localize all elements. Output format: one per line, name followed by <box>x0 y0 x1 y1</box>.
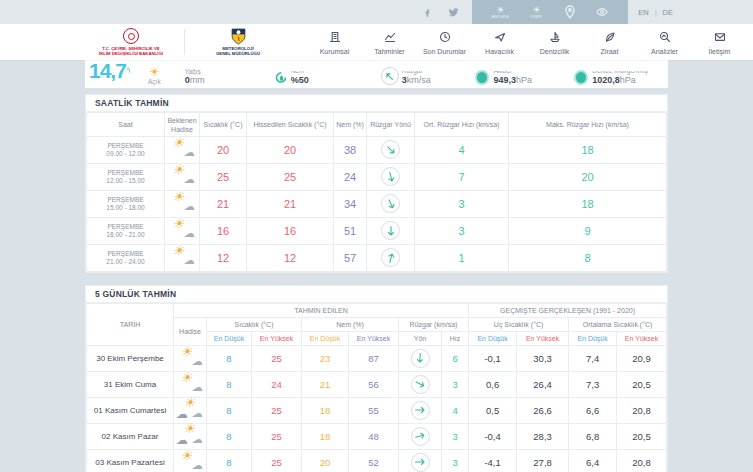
nav-label: Havacılık <box>474 48 525 55</box>
sub-ext-low: En Düşük <box>469 332 517 346</box>
mgm-logo[interactable]: METEOROLOJİ GENEL MÜDÜRLÜĞÜ <box>195 28 281 56</box>
city-shortcut-label: İZMİR <box>523 14 549 19</box>
lang-separator: | <box>655 8 657 17</box>
leaf-icon <box>604 31 616 43</box>
sailboat-icon <box>549 31 561 43</box>
weather-icon <box>170 167 195 183</box>
city-weather-icon: ☀ <box>523 6 549 14</box>
lang-en[interactable]: EN <box>638 8 648 17</box>
plane-icon <box>494 31 506 43</box>
actual-pressure-stat: Aktüel Basınç 949,3hPa <box>475 70 533 85</box>
nav-item-havacilik[interactable]: Havacılık <box>474 27 525 57</box>
daily-row: 01 Kasım Cumartesi 8 25 18 55 4 0,5 26,6… <box>87 398 667 424</box>
sub-yon: Yön <box>399 332 442 346</box>
daily-section-title: 5 GÜNLÜK TAHMİN <box>86 286 667 303</box>
pressure1-value: 949,3 <box>493 75 516 85</box>
nav-item-son-durumlar[interactable]: Son Durumlar <box>419 27 470 57</box>
nav-item-kurumsal[interactable]: Kurumsal <box>309 27 360 57</box>
wind-unit: km/sa <box>407 75 431 85</box>
weather-icon <box>170 248 195 264</box>
pressure1-unit: hPa <box>516 75 532 85</box>
chart-line-icon <box>384 31 396 43</box>
ministry-emblem-icon <box>123 28 139 44</box>
weather-icon <box>178 375 203 391</box>
sub-temp-low: En Düşük <box>207 332 252 346</box>
current-conditions-bar: 14,7°C ☀ Açık Yağış 0mm Nem %50 <box>85 60 668 88</box>
nav-item-tahminler[interactable]: Tahminler <box>364 27 415 57</box>
pressure2-unit: hPa <box>620 75 636 85</box>
daily-row: 31 Ekim Cuma 8 24 21 56 3 0,6 26,4 7,3 2… <box>87 372 667 398</box>
group-past: GEÇMİŞTE GERÇEKLEŞEN (1991 - 2020) <box>469 304 667 318</box>
col-tarih: TARİH <box>87 304 174 346</box>
sub-hum-low: En Düşük <box>302 332 349 346</box>
nav-item-iletisim[interactable]: İletişim <box>694 27 745 57</box>
hourly-section-title: SAATLİK TAHMİN <box>86 95 667 112</box>
sub-ext-high: En Yüksek <box>517 332 569 346</box>
wind-direction-icon <box>381 67 399 85</box>
col-ort-ruzgar: Ort. Rüzgar Hızı (km/sa) <box>415 113 509 137</box>
nav-label: Ziraat <box>584 48 635 55</box>
weather-icon <box>170 194 195 210</box>
weather-icon <box>178 453 203 469</box>
building-icon <box>329 31 341 43</box>
mgm-weather-page: ☀ ANKARA ☀ İZMİR EN | DE T <box>0 0 753 472</box>
nav-label: Denizcilik <box>529 48 580 55</box>
ministry-name-line2: İKLİM DEĞİŞİKLİĞİ BAKANLIĞI <box>99 51 163 56</box>
daily-header-row-categories: Hadise Sıcaklık (°C) Nem (%) Rüzgar (km/… <box>87 318 667 332</box>
mail-icon <box>714 31 726 43</box>
wind-direction-icon <box>411 349 430 368</box>
nav-label: Analizler <box>639 48 690 55</box>
sub-hiz: Hız <box>442 332 469 346</box>
lang-de[interactable]: DE <box>663 8 673 17</box>
nav-label: Son Durumlar <box>419 48 470 55</box>
hourly-forecast-table: Saat Beklenen Hadise Sıcaklık (°C) Hisse… <box>86 112 667 272</box>
logos: T.C. ÇEVRE, ŞEHİRCİLİK VE İKLİM DEĞİŞİKL… <box>88 28 281 56</box>
current-condition: ☀ Açık <box>148 67 161 85</box>
facebook-icon[interactable] <box>420 5 434 19</box>
city-shortcut-ankara[interactable]: ☀ ANKARA <box>487 6 513 19</box>
pressure2-value: 1020,8 <box>592 75 620 85</box>
hourly-row: PERŞEMBE18.00 - 21.00 16 16 51 3 9 <box>87 218 667 245</box>
sub-temp-high: En Yüksek <box>252 332 302 346</box>
sub-avg-low: En Düşük <box>569 332 617 346</box>
hourly-row: PERŞEMBE12.00 - 15.00 25 25 24 7 20 <box>87 164 667 191</box>
nav-item-denizcilik[interactable]: Denizcilik <box>529 27 580 57</box>
col-sicaklik: Sıcaklık (°C) <box>200 113 247 137</box>
col-ruzgar-yonu: Rüzgar Yönü <box>367 113 415 137</box>
sub-hum-high: En Yüksek <box>349 332 399 346</box>
main-header: T.C. ÇEVRE, ŞEHİRCİLİK VE İKLİM DEĞİŞİKL… <box>0 24 753 60</box>
daily-row: 30 Ekim Perşembe 8 25 23 87 6 -0,1 30,3 … <box>87 346 667 372</box>
wind-direction-icon <box>411 453 430 472</box>
col-uc-sicaklik: Uç Sıcaklık (°C) <box>469 318 569 332</box>
accessibility-eye-icon[interactable] <box>593 4 611 20</box>
temp-unit: °C <box>126 66 130 76</box>
wind-direction-icon <box>381 194 400 213</box>
city-weather-icon: ☀ <box>487 6 513 14</box>
hourly-row: PERŞEMBE21.00 - 24.00 12 12 57 1 8 <box>87 245 667 272</box>
daily-forecast-table: TARİH TAHMİN EDİLEN GEÇMİŞTE GERÇEKLEŞEN… <box>86 303 667 472</box>
group-forecast: TAHMİN EDİLEN <box>174 304 469 318</box>
nav-item-ziraat[interactable]: Ziraat <box>584 27 635 57</box>
col-hadise: Beklenen Hadise <box>165 113 200 137</box>
top-bar: ☀ ANKARA ☀ İZMİR EN | DE <box>0 0 753 24</box>
logo-divider <box>184 29 185 55</box>
sun-icon: ☀ <box>148 67 161 77</box>
main-nav: Kurumsal Tahminler Son Durumlar Havacılı… <box>309 27 745 57</box>
twitter-icon[interactable] <box>446 5 460 19</box>
clock-icon <box>439 31 451 43</box>
weather-icon <box>170 140 195 156</box>
nav-label: Tahminler <box>364 48 415 55</box>
location-pin-icon[interactable] <box>561 4 579 20</box>
col-hissedilen: Hissedilen Sıcaklık (°C) <box>247 113 334 137</box>
pressure-gauge-icon <box>475 70 490 85</box>
city-shortcut-izmir[interactable]: ☀ İZMİR <box>523 6 549 19</box>
col-saat: Saat <box>87 113 165 137</box>
pressure-gauge-icon <box>574 70 588 85</box>
ministry-logo[interactable]: T.C. ÇEVRE, ŞEHİRCİLİK VE İKLİM DEĞİŞİKL… <box>88 28 174 56</box>
precip-label: Yağış <box>185 68 201 75</box>
weather-icon <box>178 401 203 417</box>
magnifier-chart-icon <box>659 31 671 43</box>
nav-item-analizler[interactable]: Analizler <box>639 27 690 57</box>
sub-avg-high: En Yüksek <box>617 332 667 346</box>
weather-icon <box>178 427 203 443</box>
